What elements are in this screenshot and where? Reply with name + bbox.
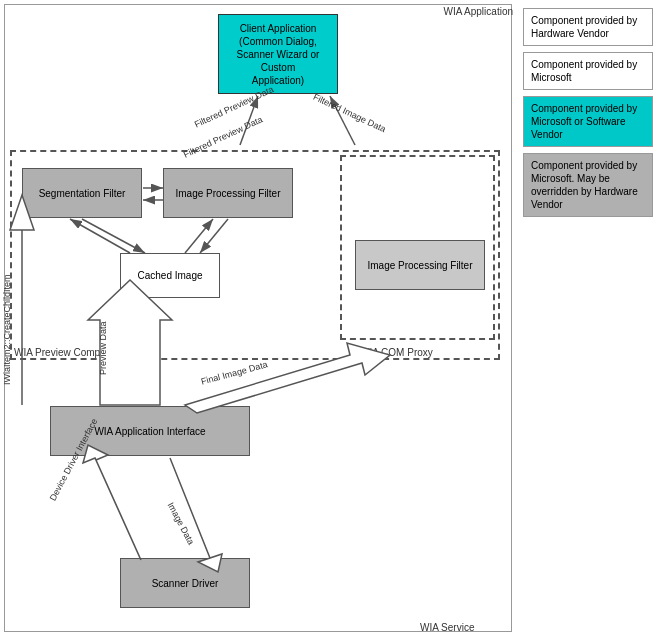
client-app-box: Client Application(Common Dialog,Scanner… (218, 14, 338, 94)
client-app-label: Client Application(Common Dialog,Scanner… (223, 22, 333, 87)
image-processing-filter-left-label: Image Processing Filter (175, 188, 280, 199)
legend-microsoft-sw: Component provided by Microsoft or Softw… (523, 96, 653, 147)
scanner-driver-box: Scanner Driver (120, 558, 250, 608)
legend-microsoft: Component provided by Microsoft (523, 52, 653, 90)
image-processing-filter-left-box: Image Processing Filter (163, 168, 293, 218)
wia-preview-component-label: WIA Preview Component (14, 347, 125, 358)
wia-app-interface-label: WIA Application Interface (94, 426, 205, 437)
segmentation-filter-box: Segmentation Filter (22, 168, 142, 218)
image-processing-filter-right-label: Image Processing Filter (367, 260, 472, 271)
cached-image-box: Cached Image (120, 253, 220, 298)
legend-hardware-vendor: Component provided by Hardware Vendor (523, 8, 653, 46)
legend-override: Component provided by Microsoft. May be … (523, 153, 653, 217)
wia-service-label: WIA Service (420, 622, 474, 633)
segmentation-filter-label: Segmentation Filter (39, 188, 126, 199)
create-child-item-label: IWiaItem2::CreateChildItem (2, 274, 12, 385)
preview-data-label: Preview Data (98, 321, 108, 375)
legend: Component provided by Hardware Vendor Co… (523, 8, 653, 217)
cached-image-label: Cached Image (137, 270, 202, 281)
wia-com-proxy-label: WIA COM Proxy (360, 347, 433, 358)
image-processing-filter-right-box: Image Processing Filter (355, 240, 485, 290)
scanner-driver-label: Scanner Driver (152, 578, 219, 589)
wia-application-label: WIA Application (444, 6, 513, 17)
